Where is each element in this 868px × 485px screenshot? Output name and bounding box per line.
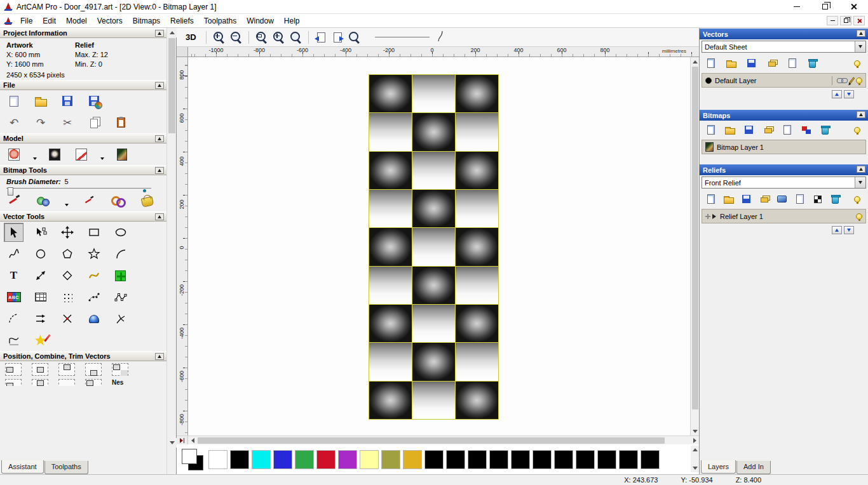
menu-bitmaps[interactable]: Bitmaps: [128, 15, 165, 27]
save-model-button[interactable]: [58, 93, 76, 109]
smooth-flyout-arrow-icon[interactable]: [100, 157, 104, 160]
merge-bitmap-layers-button[interactable]: [762, 124, 774, 136]
vectors-collapse-button[interactable]: [857, 30, 865, 37]
align-corner-button[interactable]: [112, 363, 128, 376]
zoom-in-button[interactable]: [212, 30, 226, 44]
save-vector-layer-button[interactable]: [745, 57, 757, 69]
position-section-collapse-button[interactable]: [155, 353, 164, 360]
bitmap-layer-row[interactable]: Bitmap Layer 1: [702, 140, 866, 154]
palette-swatch[interactable]: [252, 450, 271, 469]
vector-texture-button[interactable]: [31, 331, 50, 350]
trim-vectors-button[interactable]: [57, 309, 77, 328]
palette-swatch[interactable]: [576, 450, 595, 469]
previous-view-button[interactable]: [315, 31, 327, 44]
save-relief-layer-button[interactable]: [740, 193, 752, 205]
nesting-button[interactable]: Nes: [112, 379, 123, 386]
canvas-scroll-left-button[interactable]: [188, 436, 197, 445]
restore-button[interactable]: [811, 0, 839, 13]
model-section-collapse-button[interactable]: [155, 135, 164, 142]
relief-layer-visibility-icon[interactable]: [856, 213, 862, 220]
copy-vector-sheet-button[interactable]: [786, 57, 798, 69]
reliefs-collapse-button[interactable]: [857, 166, 865, 173]
open-model-button[interactable]: [32, 93, 50, 109]
align-center-button[interactable]: [32, 363, 48, 376]
canvas-scroll-down-button[interactable]: [691, 427, 700, 435]
tab-layers[interactable]: Layers: [701, 460, 736, 474]
copy-relief-layer-button[interactable]: [794, 193, 806, 205]
mirror-button[interactable]: [58, 379, 75, 386]
layer-colour-swatch[interactable]: [705, 77, 712, 84]
paint-selective-button[interactable]: [34, 192, 52, 209]
child-minimize-button[interactable]: [827, 16, 838, 25]
menu-model[interactable]: Model: [61, 15, 92, 27]
scroll-down-button[interactable]: [167, 438, 177, 448]
new-model-button[interactable]: [5, 93, 23, 109]
transfer-bitmap-button[interactable]: [800, 124, 812, 136]
slider-track[interactable]: [6, 188, 151, 189]
close-button[interactable]: [839, 0, 868, 13]
toggle-all-vectors-visibility-button[interactable]: [851, 57, 863, 69]
palette-swatch[interactable]: [597, 450, 616, 469]
bitmaps-collapse-button[interactable]: [857, 111, 865, 118]
palette-swatch[interactable]: [511, 450, 530, 469]
palette-swatch[interactable]: [230, 450, 249, 469]
canvas-scroll-right-button[interactable]: [690, 436, 699, 445]
zoom-page-button[interactable]: [289, 30, 302, 44]
menu-toolpaths[interactable]: Toolpaths: [199, 15, 241, 27]
paint-button[interactable]: [5, 192, 23, 209]
move-vector-layer-up-button[interactable]: [832, 90, 842, 98]
menu-file[interactable]: File: [15, 15, 37, 27]
menu-edit[interactable]: Edit: [37, 15, 61, 27]
transform-vectors-button[interactable]: [57, 223, 77, 242]
foreground-background-colour-indicator[interactable]: [182, 449, 205, 470]
align-top-button[interactable]: [58, 363, 75, 376]
vector-doctor-button[interactable]: [111, 309, 130, 328]
palette-swatch[interactable]: [273, 450, 292, 469]
fit-curve-button[interactable]: [84, 288, 104, 307]
file-section-collapse-button[interactable]: [155, 82, 164, 89]
zoom-previous-button[interactable]: [348, 30, 361, 44]
polyline-fit-button[interactable]: [111, 288, 130, 307]
vector-tools-collapse-button[interactable]: [155, 213, 164, 220]
distribute-button[interactable]: [5, 379, 22, 386]
bitmap-tools-collapse-button[interactable]: [155, 167, 164, 174]
toggle-all-reliefs-visibility-button[interactable]: [851, 193, 863, 205]
greyscale-model-button[interactable]: [113, 146, 131, 163]
create-star-button[interactable]: [84, 244, 104, 263]
palette-swatch[interactable]: [532, 450, 552, 469]
select-vectors-button[interactable]: [4, 223, 24, 242]
canvas-vscroll-thumb[interactable]: [692, 67, 698, 409]
palette-swatch[interactable]: [619, 450, 638, 469]
relief-checker-button[interactable]: [811, 193, 824, 205]
open-bitmap-layer-button[interactable]: [724, 124, 736, 136]
horizontal-scrollbar[interactable]: [188, 436, 699, 444]
brush-diameter-slider[interactable]: [0, 185, 166, 190]
adjust-model-button[interactable]: [5, 146, 23, 163]
palette-swatch[interactable]: [208, 450, 227, 469]
flood-fill-button[interactable]: [139, 192, 156, 209]
palette-swatch[interactable]: [468, 450, 487, 469]
scroll-thumb[interactable]: [168, 38, 175, 133]
cut-button[interactable]: ✂: [58, 114, 76, 131]
delete-bitmap-layer-button[interactable]: [819, 124, 831, 136]
model-flyout-arrow-icon[interactable]: [33, 157, 37, 160]
center-in-page-button[interactable]: [32, 379, 48, 386]
canvas-scroll-up-button[interactable]: [691, 57, 700, 66]
zoom-objects-button[interactable]: [272, 30, 285, 44]
minimize-button[interactable]: [782, 0, 811, 13]
lock-layer-icon[interactable]: [837, 77, 848, 83]
child-restore-button[interactable]: [840, 16, 851, 25]
redo-button[interactable]: ↷: [32, 114, 50, 131]
menu-help[interactable]: Help: [279, 15, 305, 27]
move-vector-layer-down-button[interactable]: [844, 90, 854, 98]
invert-model-button[interactable]: [46, 146, 64, 163]
create-circle-button[interactable]: [31, 244, 50, 263]
paste-along-curve-button[interactable]: [31, 288, 50, 307]
palette-swatch[interactable]: [360, 450, 379, 469]
palette-swatch[interactable]: [381, 450, 400, 469]
wrap-text-button[interactable]: [84, 266, 104, 285]
save-bitmap-layer-button[interactable]: [743, 124, 755, 136]
node-editing-button[interactable]: [31, 223, 50, 242]
palette-swatch[interactable]: [424, 450, 444, 469]
tab-assistant[interactable]: Assistant: [1, 460, 44, 474]
